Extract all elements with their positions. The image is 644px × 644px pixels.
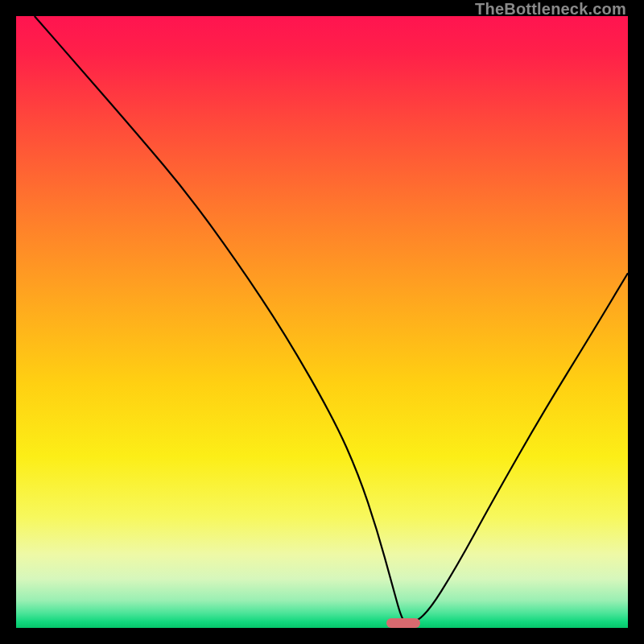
watermark-text: TheBottleneck.com [475,0,626,19]
optimal-range-marker [386,618,420,628]
plot-area [16,16,628,628]
chart-frame: TheBottleneck.com [0,0,644,644]
bottleneck-curve [16,16,628,628]
